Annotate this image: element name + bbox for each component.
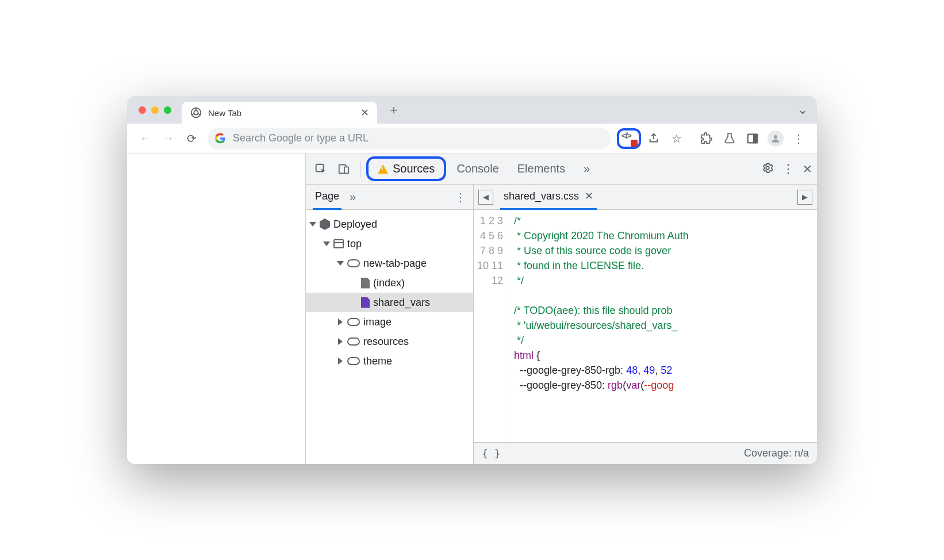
tree-node-deployed[interactable]: Deployed <box>306 214 473 234</box>
expand-icon <box>337 261 344 266</box>
tree-label: resources <box>363 336 409 348</box>
page-viewport <box>127 154 305 464</box>
labs-button[interactable] <box>719 128 740 149</box>
side-panel-button[interactable] <box>742 128 763 149</box>
cloud-icon <box>347 259 360 267</box>
svg-point-4 <box>774 135 777 139</box>
code-content: /* * Copyright 2020 The Chromium Auth * … <box>509 210 817 442</box>
omnibox-placeholder: Search Google or type a URL <box>233 132 369 144</box>
expand-icon <box>338 319 343 325</box>
tree-label: Deployed <box>333 218 377 231</box>
source-file-tab[interactable]: shared_vars.css ✕ <box>500 185 597 210</box>
tab-title: New Tab <box>208 108 241 118</box>
cloud-icon <box>347 357 360 365</box>
tree-node-top[interactable]: top <box>306 234 473 254</box>
show-debugger-icon[interactable]: ▶ <box>797 190 812 205</box>
devtools-toggle-highlight <box>617 128 641 149</box>
code-editor[interactable]: 1 2 3 4 5 6 7 8 9 10 11 12 /* * Copyrigh… <box>474 210 817 442</box>
navigator-menu-icon[interactable]: ⋮ <box>455 190 466 204</box>
separator <box>360 161 360 177</box>
tab-console[interactable]: Console <box>448 158 506 180</box>
pretty-print-icon[interactable]: { } <box>482 447 501 459</box>
svg-rect-7 <box>344 167 348 173</box>
tab-sources-label: Sources <box>393 162 435 175</box>
coverage-label: Coverage: n/a <box>744 447 809 459</box>
devtools-error-icon[interactable] <box>621 133 636 144</box>
back-button[interactable]: ← <box>135 128 156 149</box>
tree-node-shared-vars[interactable]: shared_vars <box>306 293 473 312</box>
tree-label: shared_vars <box>373 297 430 309</box>
maximize-window-button[interactable] <box>164 106 171 114</box>
navigator-panel: Page » ⋮ Deployed top <box>306 185 474 464</box>
content-area: Sources Console Elements » ⋮ ✕ Page <box>127 154 817 464</box>
source-tabs: ◀ shared_vars.css ✕ ▶ <box>474 185 817 210</box>
reload-button[interactable]: ⟳ <box>181 128 202 149</box>
expand-icon <box>338 358 343 365</box>
google-g-icon <box>214 133 226 144</box>
profile-button[interactable] <box>765 128 786 149</box>
tab-strip: New Tab ✕ ＋ ⌄ <box>127 96 817 124</box>
more-tabs-button[interactable]: » <box>575 158 598 180</box>
device-toolbar-icon[interactable] <box>333 159 354 179</box>
bookmark-button[interactable]: ☆ <box>666 128 687 149</box>
inspect-element-icon[interactable] <box>310 159 331 179</box>
cloud-icon <box>347 337 360 346</box>
devtools-panel: Sources Console Elements » ⋮ ✕ Page <box>305 154 817 464</box>
file-icon <box>361 278 370 289</box>
devtools-tabbar: Sources Console Elements » ⋮ ✕ <box>306 154 817 185</box>
settings-icon[interactable] <box>761 162 774 177</box>
package-icon <box>320 218 330 230</box>
tree-label: theme <box>363 355 392 367</box>
browser-tab[interactable]: New Tab ✕ <box>182 102 377 124</box>
show-navigator-icon[interactable]: ◀ <box>478 190 493 205</box>
share-button[interactable] <box>643 128 664 149</box>
close-tab-icon[interactable]: ✕ <box>360 106 369 119</box>
tree-label: image <box>363 316 392 328</box>
menu-button[interactable]: ⋮ <box>788 128 809 149</box>
close-devtools-icon[interactable]: ✕ <box>803 162 812 176</box>
minimize-window-button[interactable] <box>151 106 159 114</box>
devtools-body: Page » ⋮ Deployed top <box>306 185 817 464</box>
chrome-icon <box>190 106 202 119</box>
tree-node-ntp[interactable]: new-tab-page <box>306 254 473 273</box>
expand-icon <box>338 338 343 345</box>
tab-list-button[interactable]: ⌄ <box>797 102 808 117</box>
warning-icon <box>378 164 388 174</box>
tree-label: (index) <box>373 277 405 289</box>
omnibox[interactable]: Search Google or type a URL <box>208 128 611 149</box>
expand-icon <box>309 222 316 227</box>
navigator-tab-page[interactable]: Page <box>313 185 341 210</box>
source-filename: shared_vars.css <box>504 190 579 202</box>
forward-button[interactable]: → <box>158 128 179 149</box>
toolbar: ← → ⟳ Search Google or type a URL ☆ ⋮ <box>127 124 817 154</box>
devtools-menu-icon[interactable]: ⋮ <box>782 162 795 177</box>
navigator-more-tabs[interactable]: » <box>350 190 356 204</box>
line-number-gutter: 1 2 3 4 5 6 7 8 9 10 11 12 <box>474 210 509 442</box>
svg-rect-3 <box>754 134 757 143</box>
tree-node-image[interactable]: image <box>306 312 473 332</box>
navigator-tabs: Page » ⋮ <box>306 185 473 210</box>
svg-point-1 <box>194 110 198 114</box>
browser-window: New Tab ✕ ＋ ⌄ ← → ⟳ Search Google or typ… <box>127 96 817 464</box>
tab-elements[interactable]: Elements <box>509 158 573 180</box>
expand-icon <box>323 241 330 246</box>
tree-label: new-tab-page <box>363 258 427 270</box>
file-tree: Deployed top new-tab-page <box>306 210 473 464</box>
new-tab-button[interactable]: ＋ <box>387 101 400 118</box>
cloud-icon <box>347 318 360 326</box>
window-controls <box>139 106 171 114</box>
tree-node-index[interactable]: (index) <box>306 273 473 293</box>
tree-node-theme[interactable]: theme <box>306 351 473 371</box>
source-status-bar: { } Coverage: n/a <box>474 442 817 464</box>
tree-label: top <box>347 238 362 250</box>
avatar-icon <box>768 131 784 147</box>
tree-node-resources[interactable]: resources <box>306 332 473 351</box>
close-file-icon[interactable]: ✕ <box>585 190 593 202</box>
source-panel: ◀ shared_vars.css ✕ ▶ 1 2 3 4 5 6 7 8 9 … <box>474 185 817 464</box>
frame-icon <box>333 239 344 248</box>
close-window-button[interactable] <box>139 106 146 114</box>
stylesheet-file-icon <box>361 297 370 308</box>
tab-sources[interactable]: Sources <box>366 156 446 181</box>
extensions-button[interactable] <box>696 128 717 149</box>
